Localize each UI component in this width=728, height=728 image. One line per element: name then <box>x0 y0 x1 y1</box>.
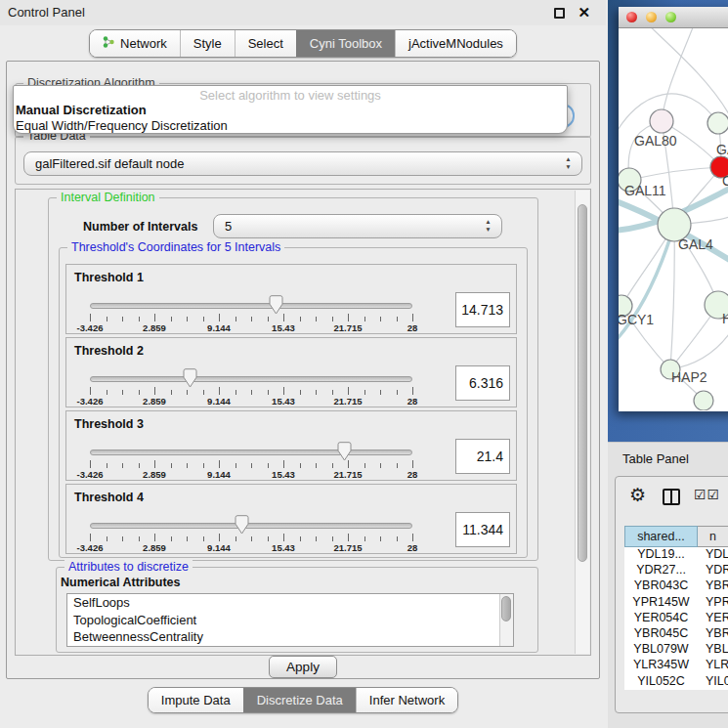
slider-thumb[interactable] <box>337 442 352 461</box>
slider-thumb[interactable] <box>269 295 283 315</box>
network-window: GAL80GACGAL11GAL4GCY1HHAP2 <box>619 7 728 411</box>
threshold-value-field[interactable]: 14.713 <box>455 292 510 327</box>
tick-label: 9.144 <box>207 322 231 333</box>
tick-mark <box>219 314 220 321</box>
tab-jactivemnodules[interactable]: jActiveMNodules <box>395 30 516 57</box>
apply-button[interactable]: Apply <box>269 656 337 678</box>
network-node-unlabeled[interactable] <box>694 391 713 410</box>
tick-mark <box>154 314 155 321</box>
tick-mark <box>300 463 301 468</box>
checkbox-checked-icons[interactable]: ☑☑ <box>694 487 720 502</box>
tick-label: 15.43 <box>272 542 295 553</box>
threshold-panel-4: Threshold 4-3.4262.8599.14415.4321.71528… <box>65 484 517 554</box>
tick-label: 2.859 <box>143 469 166 480</box>
zoom-traffic-light-icon[interactable] <box>665 12 676 22</box>
table-row[interactable]: YBR045CYBR0 <box>624 626 728 642</box>
tick-mark <box>316 390 317 395</box>
group-label: Threshold's Coordinates for 5 Intervals <box>67 240 284 254</box>
tick-mark <box>380 463 381 468</box>
threshold-slider-track[interactable] <box>90 303 412 309</box>
threshold-value-field[interactable]: 11.344 <box>455 512 510 547</box>
tick-mark <box>380 536 381 541</box>
close-traffic-light-icon[interactable] <box>626 12 637 22</box>
threshold-value-field[interactable]: 6.316 <box>455 365 510 401</box>
spinner-arrows-icon[interactable]: ▲▼ <box>484 218 492 234</box>
spinner-arrows-icon[interactable]: ▲▼ <box>564 155 573 171</box>
algorithm-option-manual-discretization[interactable]: Manual Discretization <box>14 103 567 118</box>
tick-mark <box>251 463 252 468</box>
table-panel-body: ⚙ ☑☑ shared... n YDL19...YDL1YDR27...YDR… <box>615 476 728 713</box>
tick-mark <box>171 463 172 468</box>
bottom-tab-discretize-data[interactable]: Discretize Data <box>243 688 356 712</box>
table-row[interactable]: YBL079WYBL0 <box>624 642 728 658</box>
bottom-tab-impute-data[interactable]: Impute Data <box>149 688 243 712</box>
numerical-attributes-title: Numerical Attributes <box>61 576 180 589</box>
node-label: GAL11 <box>624 183 666 198</box>
close-icon[interactable]: ✕ <box>578 4 590 21</box>
cell-shared-name: YIL052C <box>624 674 698 690</box>
tick-mark <box>219 534 220 541</box>
cell-shared-name: YDL19... <box>624 547 698 563</box>
threshold-slider-track[interactable] <box>90 376 412 382</box>
minimize-traffic-light-icon[interactable] <box>646 12 657 22</box>
scrollbar-thumb[interactable] <box>578 204 587 562</box>
network-node-gal80[interactable] <box>650 109 673 133</box>
scrollbar-thumb[interactable] <box>501 596 511 621</box>
table-row[interactable]: YPR145WYPR1 <box>624 595 728 611</box>
network-canvas[interactable]: GAL80GACGAL11GAL4GCY1HHAP2 <box>619 28 728 410</box>
num-intervals-label: Number of Intervals <box>83 220 197 234</box>
tab-cyni-toolbox[interactable]: Cyni Toolbox <box>296 30 395 57</box>
network-node-ga[interactable] <box>707 112 728 134</box>
tick-mark <box>316 463 317 468</box>
table-row[interactable]: YBR043CYBR0 <box>624 578 728 594</box>
threshold-value-field[interactable]: 21.4 <box>455 439 510 474</box>
tick-label: 2.859 <box>143 542 166 553</box>
tick-mark <box>219 387 220 395</box>
tick-label: 21.715 <box>333 542 362 553</box>
tick-mark <box>283 534 284 541</box>
tick-mark <box>397 536 398 541</box>
table-row[interactable]: YER054CYER0 <box>624 611 728 626</box>
tab-style[interactable]: Style <box>180 30 235 57</box>
tick-mark <box>122 463 123 468</box>
table-row[interactable]: YIL052CYIL0 <box>624 674 728 690</box>
cell-name: YBR0 <box>698 626 728 642</box>
attributes-list[interactable]: SelfLoopsTopologicalCoefficientBetweenne… <box>66 593 514 647</box>
tick-mark <box>268 463 269 468</box>
float-window-icon[interactable] <box>554 8 565 19</box>
tick-mark <box>139 317 140 321</box>
tick-mark <box>251 317 252 321</box>
slider-thumb[interactable] <box>235 515 249 535</box>
tick-mark <box>380 317 381 321</box>
slider-thumb[interactable] <box>183 368 197 388</box>
attribute-item-selfloops[interactable]: SelfLoops <box>67 594 513 612</box>
num-intervals-spinner[interactable]: 5 ▲▼ <box>213 214 502 238</box>
table-row[interactable]: YDL19...YDL1 <box>624 547 728 563</box>
split-columns-icon[interactable] <box>663 489 680 505</box>
threshold-slider-track[interactable] <box>90 450 412 455</box>
attribute-item-betweennesscentrality[interactable]: BetweennessCentrality <box>67 628 513 646</box>
settings-vertical-scrollbar[interactable] <box>575 191 589 654</box>
tick-mark <box>122 390 123 395</box>
bottom-tab-infer-network[interactable]: Infer Network <box>356 688 457 712</box>
tick-mark <box>412 534 413 541</box>
tab-network[interactable]: Network <box>90 30 180 57</box>
column-header-name[interactable]: n <box>698 526 728 547</box>
attributes-list-scrollbar[interactable] <box>499 594 513 646</box>
table-row[interactable]: YDR27...YDR2 <box>624 563 728 578</box>
gear-icon[interactable]: ⚙ <box>629 485 646 506</box>
table-row[interactable]: YLR345WYLR3 <box>624 658 728 673</box>
attribute-item-topologicalcoefficient[interactable]: TopologicalCoefficient <box>67 612 513 629</box>
cell-name: YER0 <box>698 611 728 626</box>
tab-select[interactable]: Select <box>235 30 296 57</box>
column-header-shared-name[interactable]: shared... <box>624 526 698 547</box>
tick-mark <box>236 536 236 541</box>
tick-mark <box>187 536 188 541</box>
tick-label: 15.43 <box>272 396 295 407</box>
tick-mark <box>300 390 301 395</box>
threshold-slider-track[interactable] <box>90 523 412 529</box>
table-data-combobox[interactable]: galFiltered.sif default node ▲▼ <box>23 151 582 176</box>
tick-mark <box>332 463 333 468</box>
tick-mark <box>397 463 398 468</box>
algorithm-option-equal-width-frequency-discretization[interactable]: Equal Width/Frequency Discretization <box>14 118 567 134</box>
